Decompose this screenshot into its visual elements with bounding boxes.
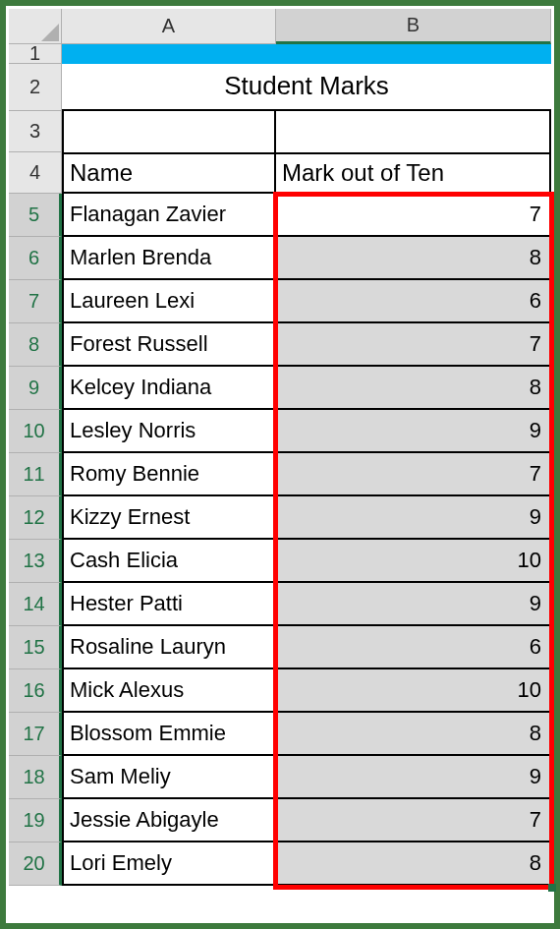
row-header-11[interactable]: 11 — [9, 453, 62, 496]
row-header-17[interactable]: 17 — [9, 713, 62, 756]
cell-mark[interactable]: 7 — [276, 453, 551, 496]
row-header-8[interactable]: 8 — [9, 323, 62, 367]
svg-marker-0 — [41, 24, 59, 41]
row-header-16[interactable]: 16 — [9, 669, 62, 713]
row-header-20[interactable]: 20 — [9, 842, 62, 886]
column-header-a[interactable]: A — [62, 9, 276, 44]
cell-mark[interactable]: 6 — [276, 280, 551, 323]
cell-name[interactable]: Flanagan Zavier — [62, 194, 276, 237]
screenshot-frame: A B 1 2 Student Marks 3 4 Name Mark ou — [0, 0, 560, 929]
cell-mark[interactable]: 6 — [276, 626, 551, 669]
table-row: 11Romy Bennie7 — [9, 453, 551, 496]
table-row: 7Laureen Lexi6 — [9, 280, 551, 323]
row-header-6[interactable]: 6 — [9, 237, 62, 280]
cell-name[interactable]: Romy Bennie — [62, 453, 276, 496]
table-row: 9Kelcey Indiana8 — [9, 367, 551, 410]
cell-mark[interactable]: 7 — [276, 799, 551, 842]
table-row: 5Flanagan Zavier7 — [9, 194, 551, 237]
cell-mark[interactable]: 10 — [276, 669, 551, 713]
cell-mark[interactable]: 9 — [276, 583, 551, 626]
table-row: 19Jessie Abigayle7 — [9, 799, 551, 842]
cell-mark[interactable]: 9 — [276, 410, 551, 453]
cell-name[interactable]: Lesley Norris — [62, 410, 276, 453]
row-3: 3 — [9, 111, 551, 152]
row-header-18[interactable]: 18 — [9, 756, 62, 799]
cell-mark[interactable]: 8 — [276, 842, 551, 886]
cell-name[interactable]: Hester Patti — [62, 583, 276, 626]
header-name[interactable]: Name — [62, 152, 276, 194]
cell-name[interactable]: Kizzy Ernest — [62, 496, 276, 540]
cell-name[interactable]: Rosaline Lauryn — [62, 626, 276, 669]
row-header-1[interactable]: 1 — [9, 44, 62, 64]
grid-rows: 1 2 Student Marks 3 4 Name Mark out of T… — [9, 44, 551, 886]
cell-name[interactable]: Laureen Lexi — [62, 280, 276, 323]
table-row: 17Blossom Emmie8 — [9, 713, 551, 756]
cell-mark[interactable]: 8 — [276, 713, 551, 756]
cell-mark[interactable]: 9 — [276, 496, 551, 540]
table-row: 15Rosaline Lauryn6 — [9, 626, 551, 669]
cell-name[interactable]: Blossom Emmie — [62, 713, 276, 756]
cell-b1[interactable] — [276, 44, 551, 64]
cell-name[interactable]: Sam Meliy — [62, 756, 276, 799]
table-row: 20Lori Emely8 — [9, 842, 551, 886]
select-all-corner[interactable] — [9, 9, 62, 44]
column-header-b[interactable]: B — [276, 9, 551, 44]
row-header-14[interactable]: 14 — [9, 583, 62, 626]
cell-mark[interactable]: 9 — [276, 756, 551, 799]
table-row: 18Sam Meliy9 — [9, 756, 551, 799]
row-header-3[interactable]: 3 — [9, 111, 62, 152]
cell-name[interactable]: Jessie Abigayle — [62, 799, 276, 842]
cell-a1[interactable] — [62, 44, 276, 64]
cell-a3[interactable] — [62, 111, 276, 152]
row-header-15[interactable]: 15 — [9, 626, 62, 669]
title-cell[interactable]: Student Marks — [62, 64, 551, 111]
row-header-5[interactable]: 5 — [9, 194, 62, 237]
row-2: 2 Student Marks — [9, 64, 551, 111]
cell-mark[interactable]: 10 — [276, 540, 551, 583]
header-mark[interactable]: Mark out of Ten — [276, 152, 551, 194]
row-header-19[interactable]: 19 — [9, 799, 62, 842]
row-header-9[interactable]: 9 — [9, 367, 62, 410]
row-header-12[interactable]: 12 — [9, 496, 62, 540]
table-row: 10Lesley Norris9 — [9, 410, 551, 453]
row-header-13[interactable]: 13 — [9, 540, 62, 583]
table-row: 12Kizzy Ernest9 — [9, 496, 551, 540]
cell-name[interactable]: Forest Russell — [62, 323, 276, 367]
row-4: 4 Name Mark out of Ten — [9, 152, 551, 194]
select-all-triangle-icon — [41, 24, 59, 41]
cell-name[interactable]: Kelcey Indiana — [62, 367, 276, 410]
row-header-7[interactable]: 7 — [9, 280, 62, 323]
row-header-10[interactable]: 10 — [9, 410, 62, 453]
cell-mark[interactable]: 7 — [276, 323, 551, 367]
cell-name[interactable]: Cash Elicia — [62, 540, 276, 583]
cell-name[interactable]: Lori Emely — [62, 842, 276, 886]
table-row: 16Mick Alexus10 — [9, 669, 551, 713]
cell-mark[interactable]: 8 — [276, 367, 551, 410]
cell-name[interactable]: Marlen Brenda — [62, 237, 276, 280]
column-headers-row: A B — [9, 9, 551, 44]
row-header-4[interactable]: 4 — [9, 152, 62, 194]
fill-handle[interactable] — [548, 884, 556, 892]
spreadsheet: A B 1 2 Student Marks 3 4 Name Mark ou — [9, 9, 551, 886]
table-row: 14Hester Patti9 — [9, 583, 551, 626]
cell-mark[interactable]: 8 — [276, 237, 551, 280]
table-row: 6Marlen Brenda8 — [9, 237, 551, 280]
cell-name[interactable]: Mick Alexus — [62, 669, 276, 713]
table-row: 8Forest Russell7 — [9, 323, 551, 367]
row-header-2[interactable]: 2 — [9, 64, 62, 111]
row-1: 1 — [9, 44, 551, 64]
cell-b3[interactable] — [276, 111, 551, 152]
cell-mark[interactable]: 7 — [276, 194, 551, 237]
table-row: 13Cash Elicia10 — [9, 540, 551, 583]
